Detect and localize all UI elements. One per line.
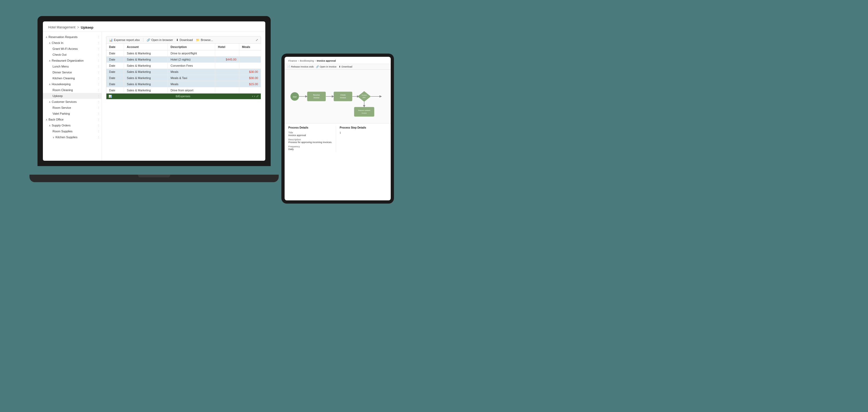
collapse-icon: ∧ xyxy=(49,83,51,86)
invoice-ok-label-1: Invoice xyxy=(362,94,367,96)
table-row: DateSales & MarketingDrive from airport xyxy=(106,87,261,94)
tablet-bc-sep1: › xyxy=(298,60,299,62)
table-cell: Meals & Taxi xyxy=(168,75,215,81)
filename-item[interactable]: 📊 Expense report.xlsx xyxy=(109,38,140,42)
drag-handle[interactable]: ⋮ xyxy=(97,112,100,115)
tablet-bc-2: Bookkeeping xyxy=(300,60,314,62)
sidebar-item-back-office[interactable]: ∧ Back Office ⋮ xyxy=(43,117,101,122)
table-row: DateSales & MarketingMeals$15.00 xyxy=(106,81,261,87)
sidebar-label: Check Out xyxy=(53,53,66,56)
content-area: 📊 Expense report.xlsx 🔗 Open in browser … xyxy=(102,32,265,161)
sidebar-item-kitchen-cleaning[interactable]: Kitchen Cleaning ⋮ xyxy=(43,75,101,81)
process-step-title: Process Step Details xyxy=(340,126,387,129)
open-browser-label: Open in browser xyxy=(151,38,173,41)
table-cell: Sales & Marketing xyxy=(124,69,168,75)
table-cell xyxy=(215,69,239,75)
download-icon: ⬇ xyxy=(176,38,179,42)
table-cell xyxy=(215,87,239,94)
sidebar-item-supply-orders[interactable]: ∧ Supply Orders ⋮ xyxy=(43,122,101,128)
table-cell: Meals xyxy=(168,69,215,75)
drag-handle[interactable]: ⋮ xyxy=(97,47,100,50)
collapse-icon: ∧ xyxy=(45,118,48,121)
drag-handle[interactable]: ⋮ xyxy=(97,118,100,121)
table-cell: $30.00 xyxy=(239,69,261,75)
process-desc-field: Description Process for approving incomi… xyxy=(288,138,336,144)
laptop-header: Hotel Management > Upkeep xyxy=(43,22,265,32)
table-cell: Hotel (2 nights) xyxy=(168,57,215,63)
drag-handle[interactable]: ⋮ xyxy=(97,124,100,127)
table-footer-nav: ‹ › ⤢ xyxy=(252,95,258,98)
sidebar-label: Restaurant Organization xyxy=(52,59,84,62)
table-cell: Drive to airport/flight xyxy=(168,50,215,57)
tablet-filename[interactable]: 📄 Release Invoice.vsdc xyxy=(287,65,314,68)
breadcrumb-current: Upkeep xyxy=(81,26,94,29)
drag-handle[interactable]: ⋮ xyxy=(97,130,100,133)
sidebar-item-room-supplies[interactable]: Room Supplies ⋮ xyxy=(43,128,101,134)
tablet-download-label: Download xyxy=(342,65,352,68)
tablet-bc-current: Invoice approval xyxy=(317,60,336,62)
tablet-bc-sep2: › xyxy=(315,60,316,62)
tablet-breadcrumb: Finance › Bookkeeping › Invoice approval xyxy=(288,60,387,62)
sidebar-item-upkeep[interactable]: Upkeep ⋮ xyxy=(43,93,101,99)
sidebar-label: Kitchen Supplies xyxy=(56,135,78,139)
drag-handle[interactable]: ⋮ xyxy=(97,65,100,68)
sidebar-item-check-out[interactable]: Check Out ⋮ xyxy=(43,52,101,58)
sidebar-item-reservation-requests[interactable]: ∧ Reservation Requests ⋮ xyxy=(43,34,101,40)
process-freq-label: Frequency xyxy=(288,145,336,148)
sidebar-label: Valet Parking xyxy=(53,112,70,115)
table-cell xyxy=(239,63,261,69)
download-button[interactable]: ⬇ Download xyxy=(176,38,193,42)
flowchart-svg: Start Receive Invoice Check Invoice xyxy=(287,72,388,121)
drag-handle[interactable]: ⋮ xyxy=(97,41,100,44)
sidebar-item-housekeeping[interactable]: ∧ Housekeeping ⋮ xyxy=(43,81,101,87)
process-freq-value: Daily xyxy=(288,148,336,151)
tablet-download-button[interactable]: ⬇ Download xyxy=(339,65,352,68)
table-cell: Date xyxy=(106,69,124,75)
nav-prev[interactable]: ‹ xyxy=(252,95,253,98)
browse-button[interactable]: 📁 Browse... xyxy=(196,38,213,42)
sidebar-item-dinner-service[interactable]: Dinner Service ⋮ xyxy=(43,69,101,75)
browse-label: Browse... xyxy=(201,38,213,41)
tablet-open-invoice[interactable]: 🔗 Open in Invoice xyxy=(316,65,337,68)
drag-handle[interactable]: ⋮ xyxy=(97,53,100,56)
table-cell: Date xyxy=(106,63,124,69)
drag-handle[interactable]: ⋮ xyxy=(97,89,100,92)
drag-handle[interactable]: ⋮ xyxy=(97,36,100,39)
sidebar-item-restaurant-org[interactable]: ∧ Restaurant Organization ⋮ xyxy=(43,58,101,63)
scene: Hotel Management > Upkeep ∧ Reservation … xyxy=(0,0,868,412)
flowchart-area: Start Receive Invoice Check Invoice xyxy=(285,70,391,123)
drag-handle[interactable]: ⋮ xyxy=(97,95,100,97)
tablet-bc-1: Finance xyxy=(288,60,297,62)
drag-handle[interactable]: ⋮ xyxy=(97,77,100,80)
sidebar-label: Reservation Requests xyxy=(49,35,78,39)
table-row: DateSales & MarketingHotel (2 nights)$44… xyxy=(106,57,261,63)
collapse-icon: ∨ xyxy=(53,136,54,139)
nav-next[interactable]: › xyxy=(254,95,255,98)
drag-handle[interactable]: ⋮ xyxy=(97,83,100,86)
open-browser-button[interactable]: 🔗 Open in browser xyxy=(147,38,173,42)
info-icon: ℹ xyxy=(340,131,387,134)
drag-handle[interactable]: ⋮ xyxy=(97,136,100,139)
drag-handle[interactable]: ⋮ xyxy=(97,71,100,74)
sidebar-label: Kitchen Cleaning xyxy=(53,76,75,80)
table-row: DateSales & MarketingMeals$30.00 xyxy=(106,69,261,75)
process-desc-value: Process for approving incoming invoices. xyxy=(288,141,336,144)
sidebar-item-room-service[interactable]: Room Service ⋮ xyxy=(43,105,101,110)
nav-expand[interactable]: ⤢ xyxy=(256,95,258,98)
drag-handle[interactable]: ⋮ xyxy=(97,106,100,109)
drag-handle[interactable]: ⋮ xyxy=(97,100,100,103)
table-cell xyxy=(215,81,239,87)
sidebar-item-lunch-menu[interactable]: Lunch Menu ⋮ xyxy=(43,63,101,69)
sidebar-item-check-in[interactable]: ∧ Check In ⋮ xyxy=(43,40,101,46)
sidebar-item-valet-parking[interactable]: Valet Parking ⋮ xyxy=(43,110,101,117)
sidebar-item-room-cleaning[interactable]: Room Cleaning ⋮ xyxy=(43,87,101,93)
expand-button[interactable]: ⤢ xyxy=(256,38,258,42)
sidebar-item-kitchen-supplies[interactable]: ∨ Kitchen Supplies ⋮ xyxy=(43,134,101,140)
sidebar-item-customer-services[interactable]: ∧ Customer Services ⋮ xyxy=(43,99,101,105)
table-cell xyxy=(239,87,261,94)
sidebar-item-grant-wifi[interactable]: Grant Wi-Fi Access ⋮ xyxy=(43,46,101,52)
request-label-1: Request updated xyxy=(358,109,370,111)
drag-handle[interactable]: ⋮ xyxy=(97,59,100,62)
footer-sheet-name: tblExpenses xyxy=(114,95,252,98)
col-account: Account xyxy=(124,44,168,50)
